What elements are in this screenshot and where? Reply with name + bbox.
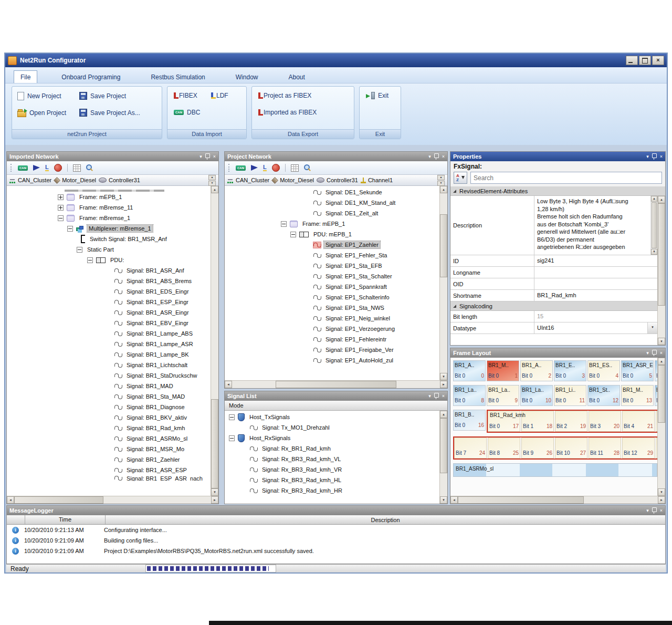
tree-expander-icon[interactable]: [67, 226, 73, 232]
breadcrumb-spinner[interactable]: ▲ ▼: [208, 175, 216, 186]
tree-row[interactable]: Signal: DE1_Sekunde: [225, 187, 439, 197]
tree-row[interactable]: Signal: Rx_BR3_Rad_kmh_VL: [225, 454, 439, 464]
bit-cell[interactable]: BR1_M.. Bit 013: [621, 385, 654, 406]
bit-cell[interactable]: Bit 1128: [589, 438, 621, 459]
tree-row[interactable]: Signal: EP1_Verzoegerung: [225, 324, 439, 334]
tree-row[interactable]: PDU:: [7, 255, 211, 265]
tree-row[interactable]: Signal: BR1_Rad_kmh: [7, 423, 211, 433]
minimize-button[interactable]: [626, 56, 638, 65]
tree-row[interactable]: Signal: BR1_ASR_Eingr: [7, 307, 211, 318]
search-icon[interactable]: [86, 164, 93, 171]
panel-menu-icon[interactable]: ▾: [646, 154, 649, 159]
tree-row[interactable]: Signal: EP1_Spannkraft: [225, 282, 439, 292]
tree-row[interactable]: Signal: EP1_Fehlereintr: [225, 334, 439, 345]
can-icon[interactable]: CAN: [18, 165, 28, 171]
new-project-button[interactable]: New Project: [17, 92, 61, 100]
tree-row[interactable]: Signal: EP1_Fehler_Sta: [225, 250, 439, 261]
tree-row[interactable]: Signal: BR1_Lampe_ASR: [7, 339, 211, 349]
tree-row[interactable]: PDU: mEPB_1: [225, 229, 439, 239]
property-value[interactable]: [534, 278, 657, 289]
bit-cell[interactable]: BR1_A.. Bit 02: [520, 360, 553, 381]
property-value[interactable]: 15: [534, 311, 657, 322]
bit-cell[interactable]: BR1_M.. Bit 01: [487, 360, 519, 381]
bit-cell[interactable]: Bit 825: [488, 438, 520, 459]
tree-row[interactable]: Signal: Tx_MO1_Drehzahl: [225, 422, 439, 433]
panel-menu-icon[interactable]: ▾: [428, 154, 431, 159]
menu-tab[interactable]: Window: [229, 71, 265, 83]
pin-icon[interactable]: [652, 350, 657, 355]
scroll-down-icon[interactable]: ▼: [651, 249, 657, 255]
scroll-left-icon[interactable]: ◄: [450, 496, 458, 504]
tree-row[interactable]: Signal: BR1_Zaehler: [7, 454, 211, 465]
tree-row[interactable]: Frame: mBremse_11: [7, 202, 211, 213]
property-value[interactable]: [534, 267, 657, 278]
tree-row[interactable]: Signal: BR1_ESP_Eingr: [7, 297, 211, 307]
tree-expander-icon[interactable]: [229, 435, 235, 441]
scroll-left-icon[interactable]: ◄: [7, 496, 14, 504]
panel-close-icon[interactable]: ×: [660, 508, 663, 513]
section-header-signalcoding[interactable]: Signalcoding: [450, 301, 657, 311]
panel-close-icon[interactable]: ×: [660, 154, 663, 159]
alert-icon[interactable]: [272, 164, 280, 172]
tree-row[interactable]: Signal: BR1_ABS_Brems: [7, 276, 211, 286]
flag-icon[interactable]: [33, 165, 40, 171]
scroll-right-icon[interactable]: ►: [211, 496, 218, 504]
tree-row[interactable]: Signal: EP1_Sta_Schalter: [225, 271, 439, 282]
lin-icon[interactable]: L: [45, 164, 49, 171]
property-value[interactable]: BR1_Rad_kmh: [534, 290, 657, 301]
tree-row[interactable]: Signal: BR1_StaDruckschw: [7, 370, 211, 381]
breadcrumb-item-cluster[interactable]: CAN_Cluster: [227, 177, 269, 183]
alert-icon[interactable]: [54, 164, 62, 172]
tree-row[interactable]: Frame: mEPB_1: [7, 192, 211, 202]
bit-cell[interactable]: BR1_S Bit 0: [655, 385, 657, 406]
scroll-thumb[interactable]: [652, 202, 657, 248]
bit-cell[interactable]: Bit 724: [454, 438, 487, 459]
bit-cell[interactable]: BR1_ASR_Eingr Bit 05: [621, 360, 654, 381]
scroll-up-icon[interactable]: ▲: [658, 358, 665, 365]
property-value[interactable]: sig241: [534, 255, 657, 266]
scroll-up-icon[interactable]: ▲: [440, 411, 447, 418]
breadcrumb-spinner[interactable]: ▲ ▼: [437, 175, 445, 186]
bit-cell[interactable]: Bit 1229: [622, 438, 655, 459]
bit-cell[interactable]: Bit 219: [555, 411, 587, 432]
selected-signal-group-continued[interactable]: Bit 724 Bit 825 Bit 926: [453, 436, 657, 460]
tree-row[interactable]: Host_RxSignals: [225, 433, 439, 443]
spanning-signal-cell[interactable]: BR1_ASRMo_sl: [453, 463, 657, 477]
tree-row[interactable]: Host_TxSignals: [225, 412, 439, 422]
horizontal-scrollbar[interactable]: ◄ ►: [450, 496, 665, 504]
close-button[interactable]: ×: [652, 56, 664, 65]
scroll-right-icon[interactable]: ►: [440, 381, 447, 388]
scroll-up-icon[interactable]: ▲: [211, 186, 218, 193]
spin-down-icon[interactable]: ▼: [208, 181, 216, 186]
tree-row[interactable]: Signal: BR1_Lampe_BK: [7, 349, 211, 360]
logger-icon-column[interactable]: [7, 515, 25, 524]
tree-row[interactable]: Signal: Rx_BR1_Rad_kmh: [225, 443, 439, 454]
import-dbc-button[interactable]: CANDBC: [174, 109, 200, 116]
panel-menu-icon[interactable]: ▾: [646, 508, 649, 513]
tree-row[interactable]: Signal: BR1_MSR_Mo: [7, 444, 211, 454]
panel-close-icon[interactable]: ×: [213, 154, 216, 159]
breadcrumb-item-cluster[interactable]: CAN_Cluster: [9, 177, 51, 183]
pin-icon[interactable]: [205, 153, 210, 158]
tree-expander-icon[interactable]: [58, 194, 64, 200]
log-entry-row[interactable]: i 10/20/2010 9:21:09 AM Project D:\Examp…: [7, 546, 665, 556]
bit-cell[interactable]: Bit 421: [622, 411, 655, 432]
spin-down-icon[interactable]: ▼: [437, 181, 445, 186]
scroll-thumb[interactable]: [14, 496, 103, 504]
tree-expander-icon[interactable]: [58, 205, 64, 211]
import-ldf-button[interactable]: LDF: [211, 92, 228, 99]
panel-menu-icon[interactable]: ▾: [646, 351, 649, 356]
bit-cell[interactable]: BR1_ES.. Bit 04: [587, 360, 620, 381]
bit-cell[interactable]: Bit 926: [521, 438, 554, 459]
bit-cell[interactable]: Bit 118: [521, 411, 554, 432]
tree-expander-icon[interactable]: [87, 257, 93, 263]
panel-menu-icon[interactable]: ▾: [428, 394, 431, 399]
tree-row[interactable]: Signal: EP1_Sta_EFB: [225, 261, 439, 271]
breadcrumb-item-controller[interactable]: Controller31: [99, 177, 140, 183]
vertical-scrollbar[interactable]: ▲ ▼: [657, 358, 665, 496]
panel-menu-icon[interactable]: ▾: [200, 154, 202, 159]
bit-cell[interactable]: Bit 1: [655, 360, 657, 381]
tree-expander-icon[interactable]: [281, 221, 287, 227]
save-project-button[interactable]: Save Project: [79, 92, 126, 100]
tree-row[interactable]: Frame: mEPB_1: [225, 218, 439, 229]
